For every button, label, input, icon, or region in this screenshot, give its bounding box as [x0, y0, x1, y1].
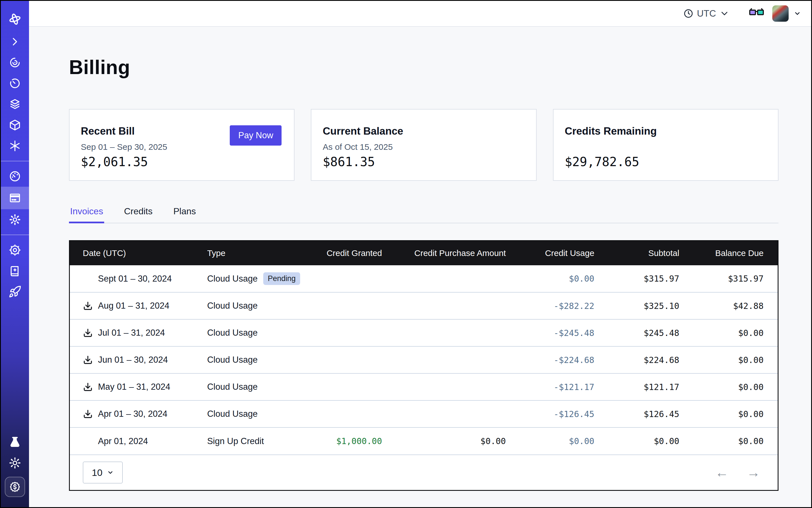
subtotal-value: $126.45: [597, 400, 682, 427]
invoice-date: Sept 01 – 30, 2024: [98, 274, 172, 284]
download-icon: [83, 328, 93, 338]
page-size-value: 10: [92, 467, 102, 478]
tab-plans[interactable]: Plans: [172, 202, 197, 223]
spiral-eye-icon[interactable]: [1, 52, 29, 73]
chevron-right-icon[interactable]: [1, 31, 29, 52]
table-row[interactable]: Apr 01, 2024 Sign Up Credit $1,000.00 $0…: [70, 427, 778, 455]
table-row[interactable]: May 01 – 31, 2024 Cloud Usage -$121.17 $…: [70, 373, 778, 400]
chevron-down-icon: [719, 8, 729, 18]
invoice-type: Cloud Usage: [207, 274, 258, 284]
billing-card-icon: [8, 192, 22, 204]
sun-icon[interactable]: [1, 453, 29, 473]
column-header-subtotal: Subtotal: [597, 241, 682, 265]
subtotal-value: $0.00: [597, 427, 682, 455]
prev-page-button[interactable]: ←: [715, 466, 729, 479]
page-title: Billing: [69, 56, 778, 79]
credit-purchase-value: [385, 265, 509, 292]
credit-granted-value: [317, 373, 385, 400]
invoice-date: Aug 01 – 31, 2024: [98, 301, 169, 311]
card-subtitle: As of Oct 15, 2025: [323, 142, 524, 152]
invoice-date: Jul 01 – 31, 2024: [98, 328, 165, 338]
glasses-icon[interactable]: [749, 8, 764, 19]
subtotal-value: $224.68: [597, 346, 682, 373]
rocket-icon[interactable]: [1, 281, 29, 302]
book-sparkle-icon[interactable]: [1, 260, 29, 281]
balance-due-value: $42.88: [682, 292, 778, 319]
download-icon: [83, 301, 93, 311]
invoices-table: Date (UTC) Type Credit Granted Credit Pu…: [69, 240, 778, 491]
credit-purchase-value: [385, 346, 509, 373]
credit-granted-value: [317, 292, 385, 319]
invoice-type: Cloud Usage: [207, 328, 258, 338]
card-title: Current Balance: [323, 125, 524, 137]
credits-dollar-button[interactable]: [5, 477, 25, 497]
orbit-logo-icon[interactable]: [1, 7, 29, 31]
chevron-down-icon: [107, 469, 114, 476]
sidebar-divider: [1, 161, 29, 161]
billing-tabs: Invoices Credits Plans: [69, 202, 778, 223]
table-row[interactable]: Jun 01 – 30, 2024 Cloud Usage -$224.68 $…: [70, 346, 778, 373]
balance-due-value: $0.00: [682, 346, 778, 373]
credit-granted-value: [317, 346, 385, 373]
sidebar-item-billing[interactable]: [1, 187, 29, 209]
table-row[interactable]: Aug 01 – 31, 2024 Cloud Usage -$282.22 $…: [70, 292, 778, 319]
user-avatar[interactable]: [772, 5, 788, 22]
column-header-balance-due: Balance Due: [682, 241, 778, 265]
credit-purchase-value: [385, 400, 509, 427]
table-row[interactable]: Apr 01 – 30, 2024 Cloud Usage -$126.45 $…: [70, 400, 778, 427]
table-header: Date (UTC) Type Credit Granted Credit Pu…: [70, 241, 778, 265]
column-header-credit-purchase: Credit Purchase Amount: [385, 241, 509, 265]
page-size-select[interactable]: 10: [83, 462, 123, 483]
table-row[interactable]: Sept 01 – 30, 2024 Cloud UsagePending $0…: [70, 265, 778, 292]
clock-icon: [683, 8, 693, 18]
current-balance-card: Current Balance As of Oct 15, 2025 $861.…: [311, 109, 537, 181]
download-invoice-button[interactable]: [83, 355, 93, 365]
recent-bill-card: Recent Bill Sep 01 – Sep 30, 2025 $2,061…: [69, 109, 295, 181]
invoice-date: Jun 01 – 30, 2024: [98, 355, 168, 365]
user-menu[interactable]: [772, 5, 801, 22]
table-footer: 10 ← →: [70, 455, 778, 490]
invoice-type: Cloud Usage: [207, 301, 258, 310]
credit-granted-value: [317, 400, 385, 427]
credit-purchase-value: [385, 319, 509, 346]
column-header-credit-granted: Credit Granted: [317, 241, 385, 265]
download-invoice-button[interactable]: [83, 301, 93, 311]
dollar-badge-icon: [9, 481, 21, 493]
timezone-label: UTC: [697, 8, 716, 19]
download-invoice-button[interactable]: [83, 409, 93, 419]
gauge-icon[interactable]: [1, 166, 29, 187]
asterisk-icon[interactable]: [1, 135, 29, 156]
app-window: UTC Billing Recent Bill Sep 01 – Sep 30,…: [0, 0, 812, 508]
download-invoice-button[interactable]: [83, 382, 93, 392]
credit-usage-value: -$245.48: [509, 319, 597, 346]
history-clock-icon[interactable]: [1, 73, 29, 94]
flask-icon[interactable]: [1, 432, 29, 453]
invoice-date: May 01 – 31, 2024: [98, 382, 170, 392]
subtotal-value: $245.48: [597, 319, 682, 346]
sidebar-divider: [1, 235, 29, 235]
balance-due-value: $0.00: [682, 319, 778, 346]
topbar: UTC: [29, 1, 811, 27]
layers-icon[interactable]: [1, 94, 29, 115]
credit-purchase-value: [385, 292, 509, 319]
next-page-button[interactable]: →: [747, 466, 760, 479]
subtotal-value: $121.17: [597, 373, 682, 400]
tab-invoices[interactable]: Invoices: [69, 202, 104, 223]
download-invoice-button[interactable]: [83, 328, 93, 338]
invoice-date: Apr 01, 2024: [98, 436, 148, 446]
tab-credits[interactable]: Credits: [123, 202, 154, 223]
current-balance-amount: $861.35: [323, 155, 375, 169]
credit-granted-value: [317, 265, 385, 292]
cube-icon[interactable]: [1, 115, 29, 135]
gear-icon[interactable]: [1, 209, 29, 230]
wheel-icon[interactable]: [1, 240, 29, 260]
invoice-type: Cloud Usage: [207, 382, 258, 392]
table-row[interactable]: Jul 01 – 31, 2024 Cloud Usage -$245.48 $…: [70, 319, 778, 346]
credit-usage-value: $0.00: [509, 427, 597, 455]
status-badge: Pending: [263, 272, 300, 285]
column-header-date: Date (UTC): [70, 241, 204, 265]
timezone-selector[interactable]: UTC: [683, 8, 729, 19]
credit-usage-value: -$121.17: [509, 373, 597, 400]
pay-now-button[interactable]: Pay Now: [230, 125, 282, 145]
invoice-type: Cloud Usage: [207, 355, 258, 365]
